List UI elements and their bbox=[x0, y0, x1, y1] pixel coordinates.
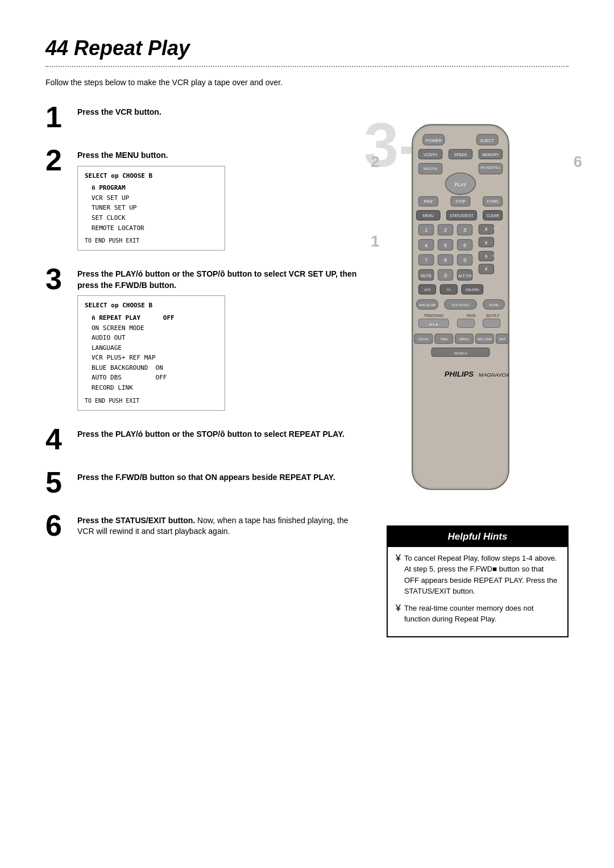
svg-text:∨: ∨ bbox=[484, 240, 488, 245]
step-3-menu-item-1: ON SCREEN MODE bbox=[85, 323, 218, 333]
step-3-menu-header: SELECT op CHOOSE B bbox=[85, 301, 218, 311]
svg-text:6: 6 bbox=[463, 242, 466, 248]
svg-text:QUICK: QUICK bbox=[418, 337, 429, 341]
svg-text:MENU: MENU bbox=[423, 214, 434, 218]
step-1-content: Press the VCR button. bbox=[77, 102, 364, 123]
svg-text:VCR: VCR bbox=[424, 288, 430, 291]
svg-text:STATUS/EXIT: STATUS/EXIT bbox=[450, 214, 474, 218]
helpful-hints-title: Helpful Hints bbox=[388, 527, 567, 547]
step-5-number: 5 bbox=[45, 468, 68, 497]
svg-text:TIME: TIME bbox=[440, 337, 448, 341]
svg-rect-80 bbox=[457, 319, 474, 327]
svg-text:CLEAR: CLEAR bbox=[487, 214, 499, 218]
remote-step-2: 2 bbox=[371, 151, 380, 173]
step-2-menu-item-4: REMOTE LOCATOR bbox=[85, 223, 218, 233]
svg-text:VAR SLOW: VAR SLOW bbox=[419, 303, 436, 307]
step-3-menu: SELECT op CHOOSE B ñ REPEAT PLAY OFF ON … bbox=[77, 295, 225, 410]
remote-illustration: POWER EJECT VCR/TV SPEED MEMORY RECOTR P… bbox=[387, 119, 569, 508]
svg-text:CH: CH bbox=[493, 227, 499, 231]
main-layout: 1 Press the VCR button. 2 Press the MENU… bbox=[45, 102, 569, 637]
remote-step-6: 6 bbox=[573, 151, 582, 173]
left-column: 1 Press the VCR button. 2 Press the MENU… bbox=[45, 102, 364, 637]
hint-item-2: ¥ The real-time counter memory does not … bbox=[396, 603, 559, 625]
svg-text:FAVE: FAVE bbox=[467, 314, 476, 318]
remote-svg: POWER EJECT VCR/TV SPEED MEMORY RECOTR P… bbox=[387, 119, 534, 506]
step-6-block: 6 Press the STATUS/EXIT button. Now, whe… bbox=[45, 511, 364, 542]
svg-text:SPEED: SPEED bbox=[454, 153, 467, 157]
step-2-number: 2 bbox=[45, 145, 68, 175]
page-title: 44 Repeat Play bbox=[45, 34, 569, 62]
svg-text:VOL: VOL bbox=[492, 253, 500, 257]
svg-text:0: 0 bbox=[444, 272, 447, 278]
step-3-content: Press the PLAY/ó button or the STOP/ô bu… bbox=[77, 264, 364, 411]
step-6-content: Press the STATUS/EXIT button. Now, when … bbox=[77, 511, 364, 542]
step-3-menu-footer: TO END PUSH EXIT bbox=[85, 397, 218, 406]
step-3-menu-item-3: LANGUAGE bbox=[85, 343, 218, 353]
svg-rect-82 bbox=[483, 319, 500, 327]
step-3-block: 3 Press the PLAY/ó button or the STOP/ô … bbox=[45, 264, 364, 411]
svg-text:INDEX: INDEX bbox=[459, 337, 470, 341]
svg-text:MAGNAVOX: MAGNAVOX bbox=[479, 372, 510, 378]
svg-text:POWER: POWER bbox=[426, 138, 442, 143]
step-1-number: 1 bbox=[45, 102, 68, 132]
svg-text:∧: ∧ bbox=[484, 226, 488, 232]
helpful-hints-box: Helpful Hints ¥ To cancel Repeat Play, f… bbox=[387, 525, 569, 637]
step-5-text: Press the F.FWD/B button so that ON appe… bbox=[77, 473, 335, 482]
svg-text:TV: TV bbox=[447, 288, 451, 291]
remote-section: 3-5 POWER EJECT VCR/TV SPEED bbox=[387, 119, 569, 508]
step-6-number: 6 bbox=[45, 511, 68, 540]
intro-text: Follow the steps below to make the VCR p… bbox=[45, 77, 330, 89]
step-3-menu-item-6: AUTO DBS OFF bbox=[85, 373, 218, 383]
step-4-block: 4 Press the PLAY/ó button or the STOP/ô … bbox=[45, 424, 364, 454]
svg-text:SEARCH: SEARCH bbox=[454, 352, 467, 355]
step-2-menu-item-0: ñ PROGRAM bbox=[85, 183, 218, 193]
svg-text:∧: ∧ bbox=[484, 253, 488, 259]
right-column: 3-5 POWER EJECT VCR/TV SPEED bbox=[387, 102, 569, 637]
step-3-menu-item-2: AUDIO OUT bbox=[85, 333, 218, 343]
step-2-content: Press the MENU button. SELECT op CHOOSE … bbox=[77, 145, 364, 251]
step-2-menu: SELECT op CHOOSE B ñ PROGRAM VCR SET UP … bbox=[77, 166, 225, 251]
hint-bullet-2: ¥ bbox=[396, 603, 401, 625]
step-3-menu-item-0: ñ REPEAT PLAY OFF bbox=[85, 313, 218, 323]
helpful-hints-body: ¥ To cancel Repeat Play, follow steps 1-… bbox=[388, 547, 567, 636]
step-2-block: 2 Press the MENU button. SELECT op CHOOS… bbox=[45, 145, 364, 251]
svg-text:SO.PLY: SO.PLY bbox=[486, 314, 500, 318]
svg-text:PHILIPS: PHILIPS bbox=[445, 370, 474, 378]
svg-text:9: 9 bbox=[463, 257, 466, 263]
svg-text:REC END: REC END bbox=[478, 337, 492, 341]
step-2-menu-item-2: TUNER SET UP bbox=[85, 203, 218, 213]
title-rule bbox=[45, 66, 569, 67]
svg-text:VCR/TV: VCR/TV bbox=[424, 153, 438, 157]
svg-text:2: 2 bbox=[444, 227, 447, 233]
svg-text:1: 1 bbox=[425, 227, 428, 233]
step-3-menu-item-7: RECORD LINK bbox=[85, 383, 218, 393]
step-3-text: Press the PLAY/ó button or the STOP/ô bu… bbox=[77, 269, 356, 290]
step-3-menu-item-4: VCR PLUS+ REF MAP bbox=[85, 353, 218, 363]
svg-text:EJECT: EJECT bbox=[480, 138, 494, 143]
svg-text:8: 8 bbox=[444, 257, 447, 263]
svg-text:REW: REW bbox=[424, 199, 433, 203]
step-6-text-bold: Press the STATUS/EXIT button. bbox=[77, 516, 195, 525]
step-2-menu-footer: TO END PUSH EXIT bbox=[85, 236, 218, 245]
step-2-text: Press the MENU button. bbox=[77, 151, 168, 160]
step-2-menu-header: SELECT op CHOOSE B bbox=[85, 171, 218, 181]
step-3-number: 3 bbox=[45, 264, 68, 294]
svg-text:ALT CH: ALT CH bbox=[458, 274, 471, 278]
svg-text:◄ ●  ►: ◄ ● ► bbox=[429, 323, 439, 326]
svg-text:MUTE: MUTE bbox=[421, 274, 432, 278]
svg-text:STOP: STOP bbox=[455, 199, 466, 203]
step-5-block: 5 Press the F.FWD/B button so that ON ap… bbox=[45, 468, 364, 497]
step-4-text: Press the PLAY/ó button or the STOP/ô bu… bbox=[77, 429, 345, 439]
svg-text:MEMORY: MEMORY bbox=[482, 153, 499, 157]
step-2-menu-item-1: VCR SET UP bbox=[85, 193, 218, 203]
hint-item-1: ¥ To cancel Repeat Play, follow steps 1-… bbox=[396, 553, 559, 597]
step-5-content: Press the F.FWD/B button so that ON appe… bbox=[77, 468, 364, 488]
svg-text:3: 3 bbox=[463, 227, 466, 233]
svg-text:5: 5 bbox=[444, 242, 447, 248]
svg-text:PAUSE/STILL: PAUSE/STILL bbox=[480, 166, 500, 169]
step-2-menu-item-3: SET CLOCK bbox=[85, 213, 218, 223]
svg-text:SLOW: SLOW bbox=[489, 303, 499, 307]
svg-text:SKP: SKP bbox=[499, 337, 506, 341]
step-4-number: 4 bbox=[45, 424, 68, 454]
svg-text:CBL/DBS: CBL/DBS bbox=[466, 288, 479, 291]
